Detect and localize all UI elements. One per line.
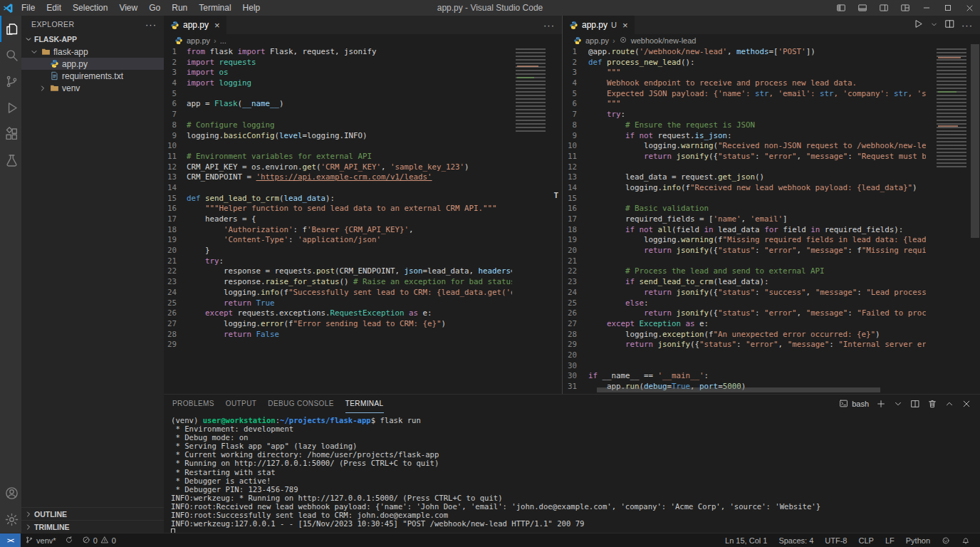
- status-clp[interactable]: CLP: [853, 536, 880, 545]
- layout-sidebar-right-icon[interactable]: [873, 0, 895, 16]
- panel-tab-terminal[interactable]: TERMINAL: [345, 395, 384, 413]
- menu-file[interactable]: File: [16, 1, 41, 14]
- code-line[interactable]: 23 if send_lead_to_crm(lead_data):: [563, 277, 926, 288]
- code-line[interactable]: 20: [563, 350, 926, 361]
- code-line[interactable]: 20 }: [164, 246, 512, 256]
- code-line[interactable]: 23 response.raise_for_status() # Raise a…: [164, 277, 512, 288]
- menu-selection[interactable]: Selection: [67, 1, 113, 14]
- code-line[interactable]: 12CRM_API_KEY = os.environ.get('CRM_API_…: [164, 162, 512, 173]
- status-utf-8[interactable]: UTF-8: [819, 536, 853, 545]
- code-line[interactable]: 22 response = requests.post(CRM_ENDPOINT…: [164, 266, 512, 277]
- code-line[interactable]: 20 return jsonify({"status": "error", "m…: [563, 246, 926, 256]
- terminal-action-split-editor[interactable]: [910, 399, 920, 409]
- terminal-action-close[interactable]: [961, 399, 971, 409]
- code-line[interactable]: 18 'Authorization': f'Bearer {CRM_API_KE…: [164, 225, 512, 236]
- code-line[interactable]: 10 logging.warning("Received non-JSON re…: [563, 141, 926, 152]
- code-line[interactable]: 17 required_fields = ['name', 'email']: [563, 214, 926, 225]
- code-line[interactable]: 2import requests: [164, 58, 512, 68]
- code-line[interactable]: 13CRM_ENDPOINT = 'https://api.example-cr…: [164, 172, 512, 183]
- terminal-action-chevron-down[interactable]: [893, 399, 903, 409]
- panel-tab-problems[interactable]: PROBLEMS: [172, 395, 214, 413]
- activity-search[interactable]: [0, 42, 21, 68]
- tree-item-venv[interactable]: venv: [21, 82, 164, 94]
- activity-explorer[interactable]: [0, 16, 21, 42]
- explorer-more-actions[interactable]: ···: [145, 19, 157, 30]
- code-line[interactable]: 24 logging.info(f"Successfully sent lead…: [164, 288, 512, 298]
- menu-edit[interactable]: Edit: [41, 1, 67, 14]
- code-line[interactable]: 4 Webhook endpoint to receive and proces…: [563, 78, 926, 89]
- status-python[interactable]: Python: [900, 536, 936, 545]
- code-line[interactable]: 19 'Content-Type': 'application/json': [164, 235, 512, 246]
- status-ln-15-col-1[interactable]: Ln 15, Col 1: [719, 536, 773, 545]
- code-line[interactable]: 21: [563, 256, 926, 267]
- menu-help[interactable]: Help: [237, 1, 266, 14]
- code-line[interactable]: 27 except Exception as e:: [563, 319, 926, 330]
- remote-indicator[interactable]: ><: [0, 533, 21, 547]
- panel-tab-output[interactable]: OUTPUT: [226, 395, 257, 413]
- split-editor-icon[interactable]: [944, 19, 955, 32]
- code-line[interactable]: 25 else:: [563, 298, 926, 309]
- sync-item[interactable]: [61, 533, 78, 547]
- run-python-file-icon[interactable]: [913, 19, 924, 32]
- close-window-icon[interactable]: [959, 0, 980, 16]
- code-line[interactable]: 18 if not all(field in lead_data for fie…: [563, 225, 926, 236]
- code-line[interactable]: 9logging.basicConfig(level=logging.INFO): [164, 131, 512, 142]
- code-line[interactable]: 26 return jsonify({"status": "error", "m…: [563, 308, 926, 319]
- editor-more-actions[interactable]: ···: [543, 20, 555, 31]
- terminal-action-add[interactable]: [876, 399, 886, 409]
- code-line[interactable]: 19 logging.warning(f"Missing required fi…: [563, 235, 926, 246]
- code-line[interactable]: 9 if not request.is_json:: [563, 131, 926, 142]
- code-line[interactable]: 6app = Flask(__name__): [164, 99, 512, 110]
- code-line[interactable]: 28 logging.exception(f"An unexpected err…: [563, 330, 926, 340]
- activity-run-debug[interactable]: [0, 95, 21, 121]
- code-line[interactable]: 6 """: [563, 99, 926, 110]
- close-tab-icon[interactable]: ×: [214, 20, 220, 31]
- breadcrumb-left[interactable]: app.py › ...: [164, 34, 562, 47]
- code-line[interactable]: 24 return jsonify({"status": "success", …: [563, 288, 926, 298]
- status-feedback[interactable]: [936, 536, 956, 545]
- vertical-scrollbar[interactable]: [971, 44, 979, 238]
- code-line[interactable]: 30: [563, 361, 926, 372]
- breadcrumb-right[interactable]: app.py › webhook/new-lead: [563, 34, 980, 47]
- terminal-output[interactable]: (venv) user@workstation:~/projects/flask…: [164, 413, 980, 533]
- code-line[interactable]: 5: [164, 89, 512, 100]
- shell-selector[interactable]: bash: [839, 399, 869, 410]
- code-line[interactable]: 28 return False: [164, 330, 512, 340]
- layout-sidebar-icon[interactable]: [830, 0, 852, 16]
- code-line[interactable]: 16 # Basic validation: [563, 204, 926, 214]
- code-line[interactable]: 1@app.route('/webhook/new-lead', methods…: [563, 47, 926, 58]
- code-line[interactable]: 8 # Ensure the request is JSON: [563, 120, 926, 131]
- code-line[interactable]: 14: [164, 183, 512, 194]
- code-line[interactable]: 11# Environment variables for external A…: [164, 152, 512, 162]
- code-line[interactable]: 10: [164, 141, 512, 152]
- code-line[interactable]: 12: [563, 162, 926, 173]
- code-line[interactable]: 17 headers = {: [164, 214, 512, 225]
- terminal-action-chevron-up[interactable]: [944, 399, 954, 409]
- terminal-action-trash[interactable]: [927, 399, 937, 409]
- sidebar-section-outline[interactable]: OUTLINE: [21, 507, 164, 520]
- code-editor-right[interactable]: 1@app.route('/webhook/new-lead', methods…: [563, 47, 926, 392]
- code-line[interactable]: 3 """: [563, 68, 926, 78]
- code-line[interactable]: 22 # Process the lead and send to extern…: [563, 266, 926, 277]
- project-section-header[interactable]: FLASK-APP: [21, 33, 164, 46]
- menu-view[interactable]: View: [113, 1, 143, 14]
- code-line[interactable]: 4import logging: [164, 78, 512, 89]
- code-line[interactable]: 26 except requests.exceptions.RequestExc…: [164, 308, 512, 319]
- code-line[interactable]: 16 """Helper function to send lead data …: [164, 204, 512, 214]
- code-line[interactable]: 13 lead_data = request.get_json(): [563, 172, 926, 183]
- chevron-down-icon[interactable]: [930, 19, 938, 31]
- activity-extensions[interactable]: [0, 121, 21, 147]
- menu-go[interactable]: Go: [143, 1, 166, 14]
- tree-item-flask-app[interactable]: flask-app: [21, 46, 164, 58]
- code-line[interactable]: 11 return jsonify({"status": "error", "m…: [563, 152, 926, 162]
- code-line[interactable]: 8# Configure logging: [164, 120, 512, 131]
- activity-settings[interactable]: [0, 506, 21, 533]
- code-editor-left[interactable]: 1from flask import Flask, request, jsoni…: [164, 47, 512, 350]
- code-line[interactable]: 2def process_new_lead():: [563, 58, 926, 68]
- layout-panel-icon[interactable]: [852, 0, 873, 16]
- code-line[interactable]: 3import os: [164, 68, 512, 78]
- menu-terminal[interactable]: Terminal: [193, 1, 236, 14]
- code-line[interactable]: 15: [563, 194, 926, 204]
- activity-testing[interactable]: [0, 147, 21, 174]
- tree-item-app-py[interactable]: app.py: [21, 58, 164, 70]
